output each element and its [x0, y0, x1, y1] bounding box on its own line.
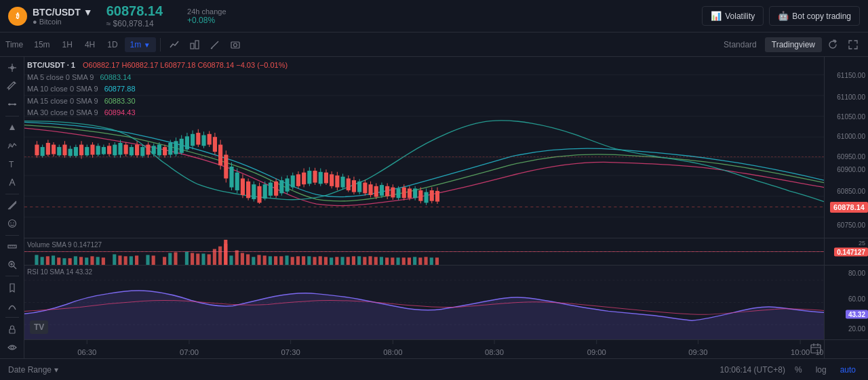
price-60900: 60900.00	[837, 165, 865, 173]
svg-rect-187	[85, 257, 88, 265]
svg-text:09:00: 09:00	[587, 348, 606, 356]
crosshair-tool[interactable]	[3, 60, 22, 77]
time-1d[interactable]: 1D	[102, 37, 123, 52]
fork-tool[interactable]	[3, 174, 22, 191]
compare-icon[interactable]	[185, 35, 204, 54]
pair-sub: ● Bitcoin	[33, 18, 93, 26]
toolbar: Time 15m 1H 4H 1D 1m ▼ Standard Tradingv…	[0, 33, 868, 57]
price-scale: 61150.00 61100.00 61050.00 61000.00 6095…	[825, 57, 868, 238]
svg-rect-275	[811, 345, 821, 353]
ruler-tool[interactable]	[3, 238, 22, 255]
bot-copy-trading-button[interactable]: 🤖 Bot copy trading	[769, 6, 860, 26]
svg-rect-186	[74, 256, 77, 265]
bottom-timestamp: 10:06:14 (UTC+8)	[720, 365, 785, 375]
svg-text:08:30: 08:30	[485, 348, 504, 356]
svg-text:T: T	[9, 160, 14, 169]
svg-rect-246	[402, 257, 406, 265]
time-axis-right	[825, 339, 868, 358]
svg-rect-205	[413, 257, 416, 265]
svg-rect-196	[252, 257, 255, 265]
line-chart-icon[interactable]	[165, 35, 184, 54]
svg-rect-203	[380, 257, 383, 265]
svg-rect-250	[435, 257, 439, 265]
svg-rect-233	[296, 256, 300, 265]
draw2-tool[interactable]	[3, 297, 22, 314]
measure-tool[interactable]	[3, 197, 22, 214]
time-4h[interactable]: 4H	[79, 37, 100, 52]
chart-area: T	[0, 57, 868, 358]
fullscreen-icon[interactable]	[844, 35, 863, 54]
svg-rect-226	[241, 253, 244, 265]
volatility-button[interactable]: 📊 Volatility	[702, 6, 764, 26]
svg-text:09:30: 09:30	[688, 348, 707, 356]
svg-rect-201	[340, 257, 344, 265]
bookmark-tool[interactable]	[3, 279, 22, 296]
price-chart[interactable]: BTC/USDT · 1 O60882.17 H60882.17 L60877.…	[24, 57, 824, 238]
price-61150: 61150.00	[837, 71, 865, 79]
pen-tool[interactable]	[3, 78, 22, 95]
chart-icon: 📊	[711, 11, 722, 21]
tool-separator-3	[5, 235, 19, 236]
text-tool[interactable]: T	[3, 156, 22, 173]
standard-view-btn[interactable]: Standard	[717, 37, 764, 52]
svg-rect-243	[374, 257, 378, 265]
zoom-tool[interactable]	[3, 256, 22, 273]
volume-section: Volume SMA 9 0.147127	[24, 238, 824, 265]
svg-point-12	[9, 144, 11, 146]
refresh-icon[interactable]	[823, 35, 842, 54]
svg-rect-3	[231, 42, 239, 48]
lock-tool[interactable]	[3, 320, 22, 337]
rsi-60: 60.00	[848, 295, 865, 303]
svg-rect-218	[174, 252, 177, 265]
svg-rect-217	[163, 257, 166, 265]
date-range-button[interactable]: Date Range ▾	[8, 365, 58, 375]
svg-point-16	[13, 222, 14, 224]
time-15m[interactable]: 15m	[28, 37, 55, 52]
up-arrow-tool[interactable]	[3, 119, 22, 136]
svg-rect-193	[185, 252, 189, 266]
eye-tool[interactable]	[3, 339, 22, 356]
top-header: ₿ BTC/USDT ▼ ● Bitcoin 60878.14 ≈ $60,87…	[0, 0, 868, 33]
svg-text:10:00: 10:00	[791, 348, 810, 356]
svg-rect-221	[208, 254, 211, 265]
emoji-tool[interactable]	[3, 215, 22, 232]
tool-separator-5	[5, 317, 19, 318]
robot-icon: 🤖	[778, 11, 789, 21]
svg-rect-210	[79, 257, 83, 265]
svg-rect-194	[201, 253, 205, 265]
percent-button[interactable]: %	[791, 364, 806, 376]
rsi-scale: 80.00 60.00 20.00 43.32	[825, 265, 868, 339]
log-button[interactable]: log	[812, 364, 831, 376]
svg-line-2	[212, 41, 218, 48]
svg-rect-188	[96, 257, 100, 265]
horizontal-line-tool[interactable]	[3, 96, 22, 113]
svg-rect-249	[425, 257, 428, 265]
left-tools: T	[0, 57, 24, 358]
svg-text:07:30: 07:30	[281, 348, 300, 356]
svg-rect-247	[408, 257, 411, 265]
price-60750: 60750.00	[837, 221, 865, 229]
svg-rect-1	[195, 41, 199, 49]
svg-rect-241	[363, 257, 366, 265]
time-1h[interactable]: 1H	[57, 37, 78, 52]
camera-icon[interactable]	[226, 35, 245, 54]
tradingview-btn[interactable]: Tradingview	[765, 37, 822, 52]
calendar-icon[interactable]	[810, 343, 821, 356]
svg-rect-208	[57, 257, 60, 265]
time-1m[interactable]: 1m ▼	[125, 37, 156, 52]
svg-rect-225	[235, 251, 239, 265]
svg-rect-215	[135, 255, 138, 265]
pair-info: BTC/USDT ▼ ● Bitcoin	[33, 7, 93, 26]
tool-separator-4	[5, 276, 19, 276]
pair-name[interactable]: BTC/USDT ▼	[33, 7, 93, 18]
indicator-tool[interactable]	[3, 138, 22, 154]
svg-point-15	[10, 222, 12, 224]
svg-rect-0	[191, 43, 194, 49]
svg-rect-191	[146, 255, 149, 265]
draw-icon[interactable]	[205, 35, 224, 54]
change-block: 24h change +0.08%	[187, 7, 226, 25]
auto-button[interactable]: auto	[836, 364, 860, 376]
svg-rect-195	[229, 255, 233, 265]
svg-rect-198	[285, 255, 288, 265]
time-label: Time	[5, 40, 23, 49]
